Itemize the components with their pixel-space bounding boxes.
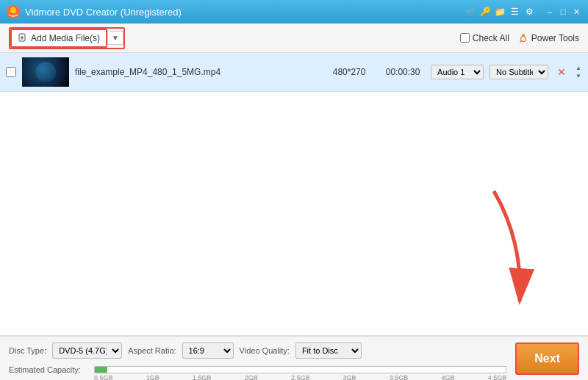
table-row: file_example_MP4_480_1_5MG.mp4 480*270 0… — [0, 53, 588, 92]
close-button[interactable]: ✕ — [570, 6, 582, 18]
tick-5: 3GB — [343, 374, 356, 380]
list-icon[interactable]: ☰ — [509, 6, 520, 18]
aspect-ratio-label: Aspect Ratio: — [128, 346, 176, 355]
move-up-button[interactable]: ▲ — [575, 65, 582, 72]
media-list: file_example_MP4_480_1_5MG.mp4 480*270 0… — [0, 53, 588, 336]
add-file-icon — [18, 33, 28, 43]
filename-label: file_example_MP4_480_1_5MG.mp4 — [75, 67, 318, 77]
app-logo — [6, 4, 21, 19]
app-title: Vidmore DVD Creator (Unregistered) — [25, 7, 465, 18]
move-down-button[interactable]: ▼ — [575, 73, 582, 80]
add-media-button[interactable]: Add Media File(s) — [10, 29, 107, 48]
window-controls: 🛒 🔑 📁 ☰ ⚙ – □ ✕ — [465, 6, 582, 18]
power-tools-button[interactable]: Power Tools — [518, 33, 579, 43]
svg-point-3 — [520, 36, 526, 41]
toolbar: Add Media File(s) ▼ Check All Power Tool… — [0, 24, 588, 53]
audio-track-select[interactable]: Audio 1 Audio 2 — [431, 65, 484, 79]
tick-3: 2GB — [245, 374, 258, 380]
svg-point-1 — [10, 7, 16, 13]
resolution-label: 480*270 — [323, 67, 375, 77]
tick-2: 1.5GB — [193, 374, 212, 380]
check-all-label[interactable]: Check All — [460, 33, 509, 43]
tick-7: 4GB — [442, 374, 455, 380]
minimize-button[interactable]: – — [544, 6, 556, 18]
estimated-capacity-label: Estimated Capacity: — [9, 365, 90, 374]
video-quality-select[interactable]: Fit to Disc High Medium Low — [295, 343, 362, 359]
disc-type-select[interactable]: DVD-5 (4.7G) DVD-9 (8.5G) BD-25 (25G) — [52, 343, 122, 359]
row-arrows: ▲ ▼ — [575, 65, 582, 80]
check-all-text: Check All — [473, 33, 509, 43]
toolbar-right: Check All Power Tools — [460, 33, 579, 43]
cart-icon[interactable]: 🛒 — [465, 6, 476, 18]
aspect-ratio-select[interactable]: 16:9 4:3 — [182, 343, 234, 359]
duration-label: 00:00:30 — [381, 67, 425, 77]
subtitle-select[interactable]: No Subtitle Add Subtitle — [490, 65, 548, 79]
tick-6: 3.5GB — [390, 374, 409, 380]
next-button[interactable]: Next — [515, 343, 579, 375]
row-checkbox[interactable] — [6, 67, 16, 77]
capacity-bar — [94, 366, 506, 373]
power-tools-label: Power Tools — [531, 33, 579, 43]
video-thumbnail — [22, 57, 69, 87]
capacity-ticks: 0.5GB 1GB 1.5GB 2GB 2.5GB 3GB 3.5GB 4GB … — [94, 374, 506, 380]
tick-8: 4.5GB — [488, 374, 507, 380]
bottom-bar: Disc Type: DVD-5 (4.7G) DVD-9 (8.5G) BD-… — [0, 336, 588, 380]
add-media-dropdown-button[interactable]: ▼ — [107, 31, 123, 45]
add-media-label: Add Media File(s) — [31, 33, 100, 43]
disc-type-label: Disc Type: — [9, 346, 46, 355]
check-all-checkbox[interactable] — [460, 33, 470, 43]
tick-0: 0.5GB — [94, 374, 113, 380]
power-tools-icon — [518, 33, 528, 43]
key-icon[interactable]: 🔑 — [479, 6, 491, 18]
tick-1: 1GB — [146, 374, 159, 380]
tick-4: 2.5GB — [291, 374, 310, 380]
folder-icon[interactable]: 📁 — [494, 6, 506, 18]
settings-icon[interactable]: ⚙ — [523, 6, 535, 18]
delete-button[interactable]: ✕ — [554, 67, 569, 77]
video-quality-label: Video Quality: — [240, 346, 290, 355]
capacity-fill — [95, 367, 107, 373]
maximize-button[interactable]: □ — [557, 6, 569, 18]
title-bar: Vidmore DVD Creator (Unregistered) 🛒 🔑 📁… — [0, 0, 588, 24]
